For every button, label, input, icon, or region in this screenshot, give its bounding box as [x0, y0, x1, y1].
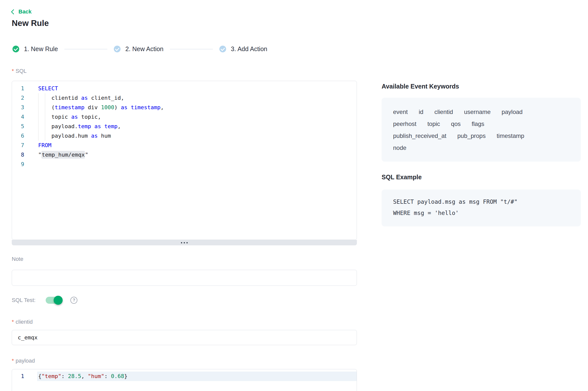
sql-code-editor[interactable]: 1SELECT2 clientid as client_id,3 (timest…	[12, 81, 357, 240]
note-field-label: Note	[12, 256, 23, 262]
sql-test-row: SQL Test: ?	[12, 297, 77, 304]
code-token: topic,	[78, 114, 101, 120]
back-link[interactable]: Back	[12, 8, 32, 15]
event-keyword: node	[393, 145, 406, 151]
code-token: :	[104, 373, 111, 379]
line-number: 1	[12, 84, 24, 93]
clientid-input[interactable]	[12, 330, 357, 345]
code-line: 7FROM	[12, 141, 357, 150]
code-line: 8"temp_hum/emqx"	[12, 150, 357, 160]
code-token: div	[84, 104, 101, 110]
code-token: 1000	[101, 104, 114, 110]
code-content: payload.temp as temp,	[37, 122, 357, 131]
required-marker: *	[12, 358, 14, 364]
code-token: as	[94, 123, 101, 129]
code-token: ,	[118, 123, 121, 129]
code-line: 2 clientid as client_id,	[12, 93, 357, 103]
code-token: 28.5	[68, 373, 81, 379]
code-token: temp	[104, 123, 118, 129]
code-token: ,	[160, 104, 164, 110]
keyword-row: peerhosttopicqosflags	[393, 121, 569, 127]
event-keyword: flags	[472, 121, 484, 127]
code-token: {	[38, 373, 41, 379]
event-keyword: pub_props	[457, 133, 485, 139]
code-token: hum	[98, 133, 111, 139]
code-token: :	[61, 373, 68, 379]
check-icon	[14, 46, 18, 51]
clientid-field-label: * clientid	[12, 319, 33, 325]
code-token: as	[91, 133, 98, 139]
code-token: SELECT	[38, 85, 58, 92]
code-token	[101, 123, 104, 129]
event-keyword: event	[393, 109, 408, 115]
keyword-row: publish_received_atpub_propstimestamp	[393, 133, 569, 139]
page-title: New Rule	[12, 18, 49, 28]
payload-code-editor[interactable]: 1{"temp": 28.5, "hum": 0.68}	[12, 369, 357, 391]
step-3: 3. Add Action	[219, 45, 267, 53]
code-content: topic as topic,	[37, 112, 357, 122]
chevron-left-icon	[11, 9, 16, 14]
indent-guide	[45, 93, 45, 141]
code-token: temp_hum/emqx	[41, 151, 85, 159]
code-token: ,	[81, 373, 88, 379]
event-keyword: payload	[502, 109, 523, 115]
sql-field-label: * SQL	[12, 68, 27, 74]
line-number: 7	[12, 141, 24, 150]
payload-label: payload	[16, 358, 35, 364]
event-keyword: peerhost	[393, 121, 416, 127]
help-icon[interactable]: ?	[70, 297, 77, 304]
event-keyword: timestamp	[497, 133, 524, 139]
code-token: 0.68	[111, 373, 124, 379]
back-label: Back	[18, 8, 32, 15]
required-marker: *	[12, 319, 14, 325]
step-pending-icon	[219, 46, 226, 52]
keywords-panel-title: Available Event Keywords	[382, 83, 459, 90]
sql-code-lines: 1SELECT2 clientid as client_id,3 (timest…	[12, 81, 357, 169]
check-icon	[221, 46, 225, 51]
code-content: FROM	[37, 141, 357, 150]
code-content	[37, 160, 357, 169]
code-token: client_id,	[88, 95, 124, 101]
code-token: topic	[51, 114, 71, 120]
code-token: as	[121, 104, 128, 110]
sql-example-line: SELECT payload.msg as msg FROM "t/#"	[393, 196, 569, 207]
code-token: )	[114, 104, 121, 110]
sql-test-toggle[interactable]	[46, 297, 62, 304]
line-number: 3	[12, 103, 24, 112]
step-complete-icon	[12, 46, 19, 52]
line-number: 9	[12, 160, 24, 169]
code-token: payload.	[51, 123, 78, 129]
line-number: 5	[12, 122, 24, 131]
sql-label: SQL	[16, 68, 27, 74]
code-token: FROM	[38, 142, 51, 148]
sql-example-box: SELECT payload.msg as msg FROM "t/#"WHER…	[382, 190, 581, 226]
code-token: "hum"	[88, 373, 104, 379]
step-label: 1. New Rule	[24, 45, 58, 53]
event-keyword: topic	[427, 121, 440, 127]
editor-resize-handle[interactable]	[12, 240, 357, 245]
code-content: payload.hum as hum	[37, 131, 357, 141]
code-content: SELECT	[37, 84, 357, 93]
check-icon	[115, 46, 120, 51]
code-token: "	[85, 152, 88, 158]
toggle-knob	[54, 296, 63, 305]
event-keyword: clientid	[434, 109, 453, 115]
step-1: 1. New Rule	[12, 45, 58, 53]
step-connector	[64, 49, 107, 49]
line-number: 4	[12, 112, 24, 122]
code-line: 9	[12, 160, 357, 169]
code-token: temp	[78, 123, 91, 129]
code-content: clientid as client_id,	[37, 93, 357, 103]
note-input[interactable]	[12, 270, 357, 286]
code-line: 1{"temp": 28.5, "hum": 0.68}	[12, 372, 357, 381]
steps-indicator: 1. New Rule2. New Action3. Add Action	[12, 45, 267, 53]
code-content: "temp_hum/emqx"	[37, 150, 357, 160]
indent-guide	[38, 93, 38, 141]
code-token: payload.hum	[51, 133, 91, 139]
keywords-box: eventidclientidusernamepayloadpeerhostto…	[382, 98, 581, 162]
drag-dots-icon	[181, 242, 188, 243]
event-keyword: username	[464, 109, 491, 115]
code-token: as	[71, 114, 78, 120]
code-line: 6 payload.hum as hum	[12, 131, 357, 141]
sql-example-line: WHERE msg = 'hello'	[393, 207, 569, 219]
